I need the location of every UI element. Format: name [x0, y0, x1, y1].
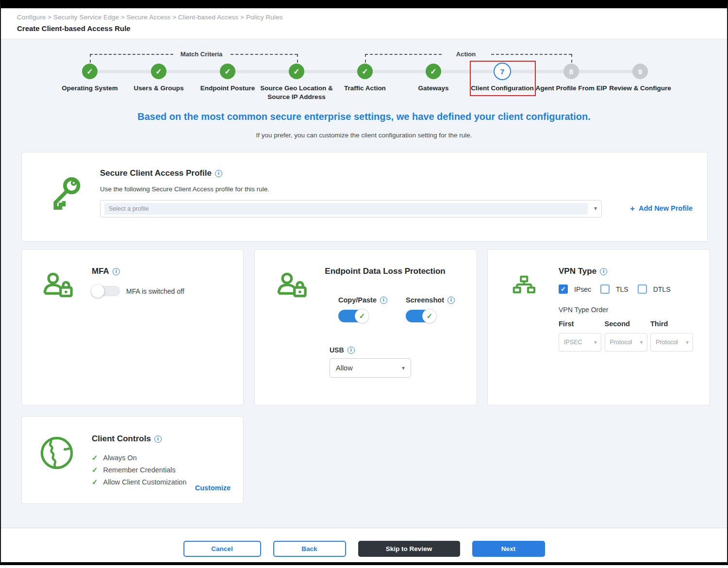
- match-criteria-bracket-left: [90, 54, 173, 55]
- usb-select-value: Allow: [336, 364, 353, 372]
- step-traffic-action[interactable]: ✓ Traffic Action: [326, 64, 404, 93]
- skip-to-review-button[interactable]: Skip to Review: [358, 541, 460, 557]
- step-circle-check-icon[interactable]: ✓: [151, 64, 166, 79]
- toggle-check-knob: [355, 309, 369, 323]
- copy-paste-toggle[interactable]: [338, 310, 368, 322]
- page-header: Configure > Security Service Edge > Secu…: [1, 8, 727, 39]
- info-icon[interactable]: [600, 268, 607, 275]
- profile-select-placeholder: Select a profile: [104, 203, 588, 215]
- info-icon[interactable]: [215, 170, 222, 177]
- info-icon[interactable]: [380, 297, 387, 304]
- card-title: Secure Client Access Profile: [100, 168, 212, 178]
- action-bracket-drop-left: [365, 54, 366, 63]
- dtls-label: DTLS: [653, 285, 671, 293]
- step-users-groups[interactable]: ✓ Users & Groups: [120, 64, 198, 93]
- client-controls-card: Client Controls Always On Remember Crede…: [21, 416, 244, 504]
- order-third-select[interactable]: Protocol▾: [650, 333, 693, 351]
- step-agent-profile-from-eip[interactable]: 8 Agent Profile From EIP: [532, 64, 610, 93]
- step-source-geo-location[interactable]: ✓ Source Geo Location & Source IP Addres…: [258, 64, 335, 101]
- screenshot-label: Screenshot: [406, 296, 444, 304]
- card-title: MFA: [92, 267, 109, 276]
- profile-description: Use the following Secure Client Access p…: [100, 185, 707, 193]
- order-first-label: First: [559, 320, 605, 328]
- tls-checkbox[interactable]: [600, 284, 610, 294]
- screenshot-toggle[interactable]: [406, 310, 436, 322]
- check-icon: [92, 453, 98, 462]
- info-icon[interactable]: [347, 347, 355, 354]
- action-bracket-left: [365, 54, 442, 55]
- info-icon[interactable]: [154, 435, 162, 443]
- step-gateways[interactable]: ✓ Gateways: [395, 64, 472, 93]
- user-lock-icon: [276, 270, 309, 303]
- chevron-down-icon: ▾: [640, 339, 643, 346]
- profile-select[interactable]: Select a profile ▾: [100, 200, 602, 217]
- vpn-type-card: VPN Type IPsec TLS DTLS VPN Type Order F…: [487, 249, 710, 405]
- usb-label: USB: [330, 346, 344, 354]
- copy-paste-label: Copy/Paste: [338, 296, 377, 304]
- chevron-down-icon: ▾: [594, 339, 597, 346]
- step-operating-system[interactable]: ✓ Operating System: [51, 64, 129, 93]
- match-criteria-bracket-drop-left: [90, 54, 91, 63]
- secure-client-access-profile-card: Secure Client Access Profile Use the fol…: [21, 152, 708, 242]
- tls-label: TLS: [616, 285, 629, 293]
- chevron-down-icon: ▾: [594, 205, 597, 212]
- toggle-knob: [91, 284, 104, 298]
- intro-headline: Based on the most common secure enterpri…: [1, 111, 727, 122]
- main-content: Match Criteria Action ✓ Operating System…: [1, 39, 727, 528]
- next-button[interactable]: Next: [472, 541, 545, 557]
- card-title: VPN Type: [559, 267, 596, 276]
- action-bracket-drop-right: [571, 54, 572, 63]
- vpn-type-order-label: VPN Type Order: [559, 306, 608, 314]
- info-icon[interactable]: [447, 297, 455, 304]
- match-criteria-bracket-drop-right: [297, 54, 298, 63]
- customize-link[interactable]: Customize: [195, 484, 231, 492]
- list-item: Allow Client Customization: [92, 476, 186, 488]
- user-lock-icon: [42, 270, 75, 303]
- step-circle-number[interactable]: 8: [563, 64, 579, 79]
- chevron-down-icon: ▾: [402, 365, 405, 371]
- mfa-status-text: MFA is switched off: [126, 287, 184, 295]
- stepper-group-action: Action: [454, 50, 478, 58]
- network-topology-icon: [511, 274, 536, 299]
- current-step-highlight: [470, 61, 536, 96]
- stepper-group-match-criteria: Match Criteria: [179, 50, 225, 58]
- intro-subtext: If you prefer, you can customize the cli…: [1, 132, 727, 139]
- order-second-label: Second: [605, 320, 651, 328]
- back-button[interactable]: Back: [273, 541, 346, 557]
- action-bracket-right: [491, 54, 572, 55]
- step-circle-check-icon[interactable]: ✓: [426, 64, 441, 79]
- add-new-profile-button[interactable]: +Add New Profile: [630, 204, 693, 214]
- order-second-select[interactable]: Protocol▾: [605, 333, 647, 351]
- footer-action-bar: Cancel Back Skip to Review Next: [1, 528, 727, 562]
- step-circle-check-icon[interactable]: ✓: [220, 64, 235, 79]
- step-circle-check-icon[interactable]: ✓: [289, 64, 304, 79]
- page-title: Create Client-based Access Rule: [17, 24, 727, 33]
- card-title: Client Controls: [92, 434, 151, 444]
- breadcrumb[interactable]: Configure > Security Service Edge > Secu…: [17, 14, 727, 21]
- step-endpoint-posture[interactable]: ✓ Endpoint Posture: [189, 64, 266, 93]
- check-icon: [92, 478, 98, 486]
- dtls-checkbox[interactable]: [638, 284, 647, 294]
- mfa-card: MFA MFA is switched off: [21, 249, 244, 405]
- key-icon: [48, 174, 83, 212]
- endpoint-dlp-card: Endpoint Data Loss Protection Copy/Paste…: [254, 249, 477, 405]
- step-circle-check-icon[interactable]: ✓: [82, 64, 98, 79]
- order-first-select[interactable]: IPSEC▾: [559, 333, 601, 351]
- order-third-label: Third: [650, 320, 696, 328]
- list-item: Always On: [92, 451, 186, 464]
- step-circle-check-icon[interactable]: ✓: [357, 64, 373, 79]
- chevron-down-icon: ▾: [686, 339, 689, 346]
- info-icon[interactable]: [113, 268, 120, 275]
- step-review-configure[interactable]: 9 Review & Configure: [601, 64, 679, 93]
- check-icon: [92, 466, 98, 474]
- list-item: Remember Credentials: [92, 464, 186, 476]
- globe-icon: [39, 435, 75, 471]
- step-circle-number[interactable]: 9: [632, 64, 648, 79]
- mfa-toggle[interactable]: [92, 286, 120, 296]
- app-window: Configure > Security Service Edge > Secu…: [0, 0, 728, 565]
- toggle-check-knob: [423, 309, 436, 323]
- cancel-button[interactable]: Cancel: [183, 541, 261, 557]
- card-title: Endpoint Data Loss Protection: [325, 267, 445, 276]
- ipsec-checkbox[interactable]: [559, 284, 568, 294]
- usb-select[interactable]: Allow ▾: [330, 358, 411, 378]
